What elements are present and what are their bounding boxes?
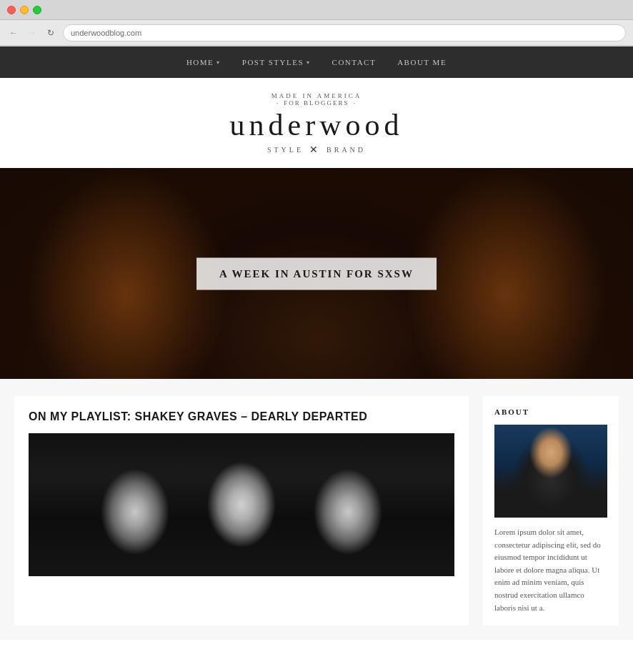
brand-label: BRAND xyxy=(327,146,366,154)
tagline-top: MADE IN AMERICA xyxy=(271,92,362,99)
nav-home[interactable]: HOME ▾ xyxy=(186,58,221,66)
skull-image xyxy=(29,433,454,576)
browser-titlebar xyxy=(0,0,633,20)
site-header: MADE IN AMERICA FOR BLOGGERS underwood S… xyxy=(0,78,633,168)
site-title[interactable]: underwood xyxy=(230,108,404,142)
x-cross-icon: ✕ xyxy=(309,144,321,155)
minimize-button[interactable] xyxy=(20,6,29,14)
hero-label-text: A WEEK IN AUSTIN FOR SXSW xyxy=(219,267,414,280)
browser-chrome: ← → ↻ underwoodblog.com xyxy=(0,0,633,46)
maximize-button[interactable] xyxy=(33,6,41,14)
style-brand: STYLE ✕ BRAND xyxy=(267,144,366,155)
nav-home-arrow: ▾ xyxy=(216,59,221,66)
about-widget: ABOUT Lorem ipsum dolor sit amet, consec… xyxy=(483,396,619,626)
main-content: ON MY PLAYLIST: SHAKEY GRAVES – DEARLY D… xyxy=(0,379,633,640)
close-button[interactable] xyxy=(7,6,16,14)
site-navigation: HOME ▾ POST STYLES ▾ CONTACT ABOUT ME xyxy=(0,46,633,78)
about-widget-title: ABOUT xyxy=(494,407,607,416)
browser-toolbar: ← → ↻ underwoodblog.com xyxy=(0,20,633,46)
back-button[interactable]: ← xyxy=(7,26,20,39)
style-label: STYLE xyxy=(267,146,304,154)
nav-post-styles-arrow: ▾ xyxy=(306,59,311,66)
nav-contact[interactable]: CONTACT xyxy=(332,58,377,66)
hero-section[interactable]: A WEEK IN AUSTIN FOR SXSW xyxy=(0,168,633,379)
post-title[interactable]: ON MY PLAYLIST: SHAKEY GRAVES – DEARLY D… xyxy=(29,410,454,423)
nav-post-styles[interactable]: POST STYLES ▾ xyxy=(242,58,311,66)
content-left: ON MY PLAYLIST: SHAKEY GRAVES – DEARLY D… xyxy=(14,396,469,626)
nav-about-me[interactable]: ABOUT ME xyxy=(397,58,447,66)
about-text: Lorem ipsum dolor sit amet, consectetur … xyxy=(494,526,607,614)
about-photo xyxy=(494,425,607,518)
address-bar[interactable]: underwoodblog.com xyxy=(63,24,626,41)
forward-button[interactable]: → xyxy=(26,26,39,39)
website-content: HOME ▾ POST STYLES ▾ CONTACT ABOUT ME MA… xyxy=(0,46,633,672)
refresh-button[interactable]: ↻ xyxy=(44,26,57,39)
sidebar: ABOUT Lorem ipsum dolor sit amet, consec… xyxy=(483,396,619,626)
address-text: underwoodblog.com xyxy=(71,29,141,37)
about-person-image xyxy=(494,425,607,518)
hero-label[interactable]: A WEEK IN AUSTIN FOR SXSW xyxy=(196,257,437,290)
post-image[interactable] xyxy=(29,433,454,576)
for-bloggers: FOR BLOGGERS xyxy=(276,99,357,107)
